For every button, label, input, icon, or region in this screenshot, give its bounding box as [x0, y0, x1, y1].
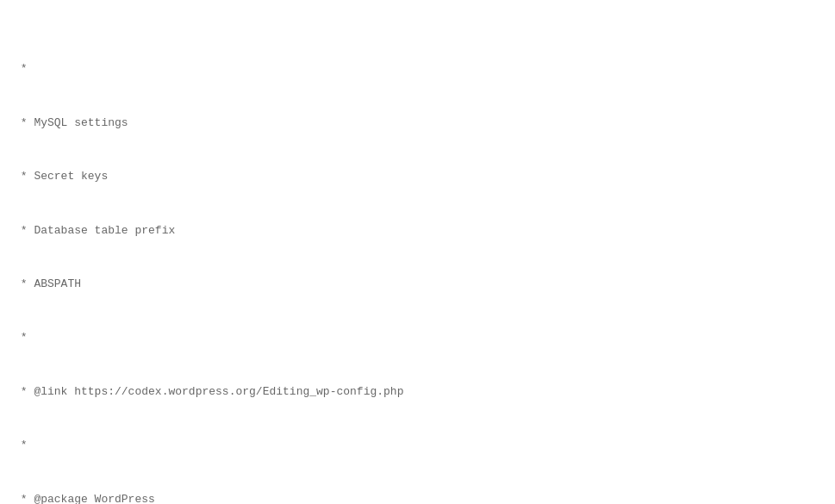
- code-line: * @package WordPress: [14, 491, 821, 504]
- code-line: *: [14, 329, 821, 347]
- code-editor: * * MySQL settings * Secret keys * Datab…: [0, 0, 835, 504]
- code-line: *: [14, 437, 821, 455]
- code-line: * Secret keys: [14, 168, 821, 186]
- code-line: * MySQL settings: [14, 115, 821, 133]
- code-line: * Database table prefix: [14, 222, 821, 240]
- code-line: * @link https://codex.wordpress.org/Edit…: [14, 383, 821, 401]
- code-line: *: [14, 60, 821, 78]
- code-line: * ABSPATH: [14, 276, 821, 294]
